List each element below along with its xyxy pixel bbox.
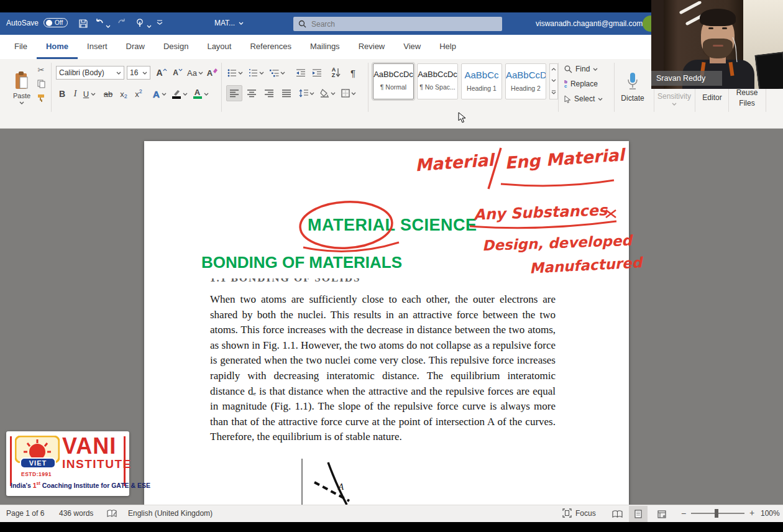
tab-insert[interactable]: Insert	[78, 35, 117, 59]
highlight-color-button[interactable]	[170, 86, 189, 101]
undo-button[interactable]	[94, 18, 111, 28]
style-heading1[interactable]: AaBbCc Heading 1	[461, 63, 502, 99]
pilcrow-icon: ¶	[350, 68, 355, 78]
eraser-icon	[213, 68, 218, 73]
tab-references[interactable]: References	[240, 35, 300, 59]
redo-icon	[117, 18, 127, 28]
align-left-icon	[229, 89, 239, 98]
focus-mode-button[interactable]: Focus	[562, 508, 596, 518]
style-no-spacing[interactable]: AaBbCcDc ¶ No Spac...	[417, 63, 458, 99]
print-layout-button[interactable]	[629, 506, 648, 522]
tab-review[interactable]: Review	[349, 35, 395, 59]
tab-home[interactable]: Home	[37, 35, 78, 59]
borders-button[interactable]	[339, 85, 358, 101]
tab-mailings[interactable]: Mailings	[301, 35, 349, 59]
decrease-indent-button[interactable]	[293, 66, 308, 80]
multilevel-list-button[interactable]	[268, 66, 286, 80]
zoom-in-button[interactable]: +	[749, 508, 754, 518]
tab-view[interactable]: View	[394, 35, 430, 59]
font-size-combobox[interactable]: 16	[127, 66, 150, 80]
save-button[interactable]	[78, 19, 88, 29]
strikethrough-glyph: ab	[104, 89, 112, 99]
decrease-indent-icon	[296, 69, 306, 77]
account-email[interactable]: viswanadh.chaganti@gmail.com	[536, 19, 643, 28]
bullets-button[interactable]	[226, 66, 244, 80]
format-painter-button[interactable]	[35, 93, 47, 104]
autosave-toggle[interactable]: Off	[44, 18, 68, 27]
bottom-black-strip	[0, 522, 783, 532]
shading-button[interactable]	[318, 85, 337, 101]
clear-formatting-button[interactable]: A	[205, 66, 220, 80]
justify-button[interactable]	[278, 85, 295, 101]
align-left-button[interactable]	[226, 85, 242, 101]
subscript-button[interactable]: x2	[117, 86, 130, 101]
paste-button[interactable]: Paste	[7, 63, 36, 112]
zoom-slider-handle[interactable]	[715, 509, 718, 518]
style-normal[interactable]: AaBbCcDc ¶ Normal	[373, 63, 414, 99]
styles-gallery-scroll[interactable]	[549, 63, 558, 99]
document-page[interactable]: MATERIAL SCIENCE BONDING OF MATERIALS 1.…	[144, 141, 629, 505]
underline-button[interactable]: U	[81, 86, 98, 101]
read-mode-button[interactable]	[608, 506, 626, 522]
document-title-menu[interactable]: MAT...	[214, 19, 244, 27]
word-count[interactable]: 436 words	[59, 509, 93, 518]
increase-indent-button[interactable]	[309, 66, 324, 80]
cut-button[interactable]: ✂	[35, 64, 47, 75]
zoom-out-button[interactable]: −	[681, 508, 686, 518]
line-spacing-button[interactable]	[297, 85, 316, 101]
autosave-state: Off	[55, 19, 63, 26]
change-case-button[interactable]: Aa	[186, 66, 204, 80]
paste-label: Paste	[13, 92, 30, 99]
font-family-combobox[interactable]: Calibri (Body)	[56, 66, 124, 80]
sensitivity-button[interactable]: Sensitivity	[655, 89, 694, 109]
align-right-button[interactable]	[261, 85, 277, 101]
replace-button[interactable]: bc Replace	[564, 80, 598, 88]
quick-access-overflow-button[interactable]	[157, 20, 163, 25]
shrink-font-glyph: A	[173, 68, 178, 77]
redo-button[interactable]	[117, 18, 127, 28]
proofing-icon[interactable]	[107, 509, 117, 519]
select-button[interactable]: Select	[564, 94, 603, 103]
tab-draw[interactable]: Draw	[117, 35, 154, 59]
reuse-files-line1: Reuse	[736, 88, 758, 98]
align-center-icon	[247, 89, 257, 98]
search-box[interactable]	[293, 17, 502, 31]
figure-point-label: A	[337, 482, 344, 492]
reuse-files-button[interactable]: Reuse Files	[731, 86, 763, 110]
language-indicator[interactable]: English (United Kingdom)	[128, 509, 213, 518]
grow-font-button[interactable]: A	[154, 66, 169, 80]
sensitivity-chevron-icon	[672, 103, 677, 106]
tab-help[interactable]: Help	[430, 35, 465, 59]
web-layout-button[interactable]	[652, 506, 671, 522]
tab-layout[interactable]: Layout	[198, 35, 240, 59]
align-center-button[interactable]	[244, 85, 260, 101]
superscript-button[interactable]: x2	[132, 86, 145, 101]
copy-button[interactable]	[35, 78, 47, 89]
cropped-section-heading: 1.1 BONDING OF SOLIDS	[210, 278, 446, 286]
strikethrough-button[interactable]: ab	[101, 86, 116, 101]
styles-scroll-down-icon[interactable]	[551, 79, 556, 82]
text-effects-button[interactable]: A	[150, 86, 169, 101]
numbering-button[interactable]	[247, 66, 265, 80]
dictate-button[interactable]: Dictate	[616, 63, 649, 111]
touch-mode-button[interactable]	[135, 18, 152, 28]
sort-button[interactable]: AZ	[328, 65, 344, 81]
bold-button[interactable]: B	[56, 86, 68, 101]
styles-gallery-more-icon[interactable]	[551, 90, 556, 95]
tab-file[interactable]: File	[5, 35, 37, 59]
style-heading2[interactable]: AaBbCcD Heading 2	[505, 63, 546, 99]
font-color-button[interactable]: A	[191, 86, 210, 101]
zoom-level[interactable]: 100%	[761, 509, 780, 518]
search-input[interactable]	[311, 20, 497, 29]
italic-button[interactable]: I	[70, 86, 81, 101]
editor-button[interactable]: Editor	[697, 90, 727, 105]
find-label: Find	[575, 65, 590, 73]
show-marks-button[interactable]: ¶	[346, 65, 360, 81]
tab-design[interactable]: Design	[154, 35, 198, 59]
find-chevron-icon	[593, 68, 598, 71]
page-indicator[interactable]: Page 1 of 6	[6, 509, 44, 518]
find-button[interactable]: Find	[564, 65, 598, 73]
change-case-chevron-icon	[198, 71, 203, 75]
shrink-font-button[interactable]: A	[170, 66, 185, 80]
styles-scroll-up-icon[interactable]	[551, 68, 556, 71]
